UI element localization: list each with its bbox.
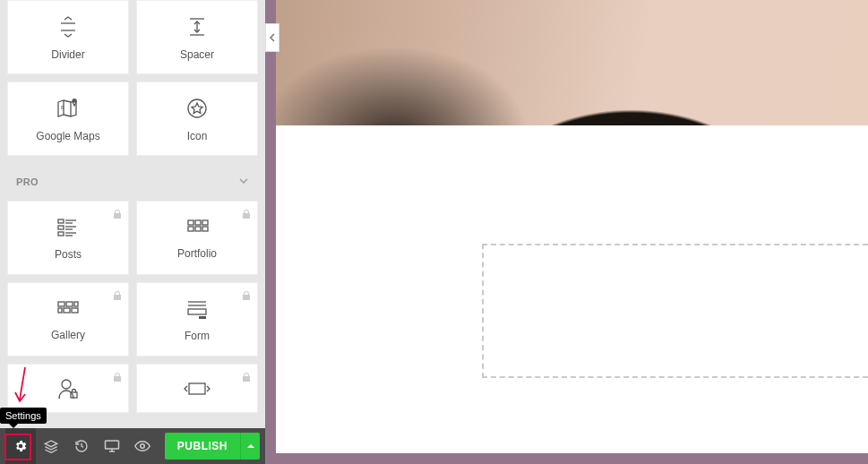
spacer-icon: [185, 14, 210, 39]
user-lock-icon: [55, 376, 82, 401]
svg-rect-28: [58, 308, 62, 313]
widgets-panel: Divider Spacer: [0, 0, 265, 464]
svg-point-43: [141, 444, 145, 449]
map-icon: 8: [55, 96, 82, 121]
svg-rect-22: [188, 227, 193, 231]
gear-icon: [13, 439, 28, 453]
widget-gallery[interactable]: Gallery: [7, 282, 129, 357]
widget-login[interactable]: [7, 364, 129, 413]
widget-label: Portfolio: [177, 247, 217, 260]
responsive-button[interactable]: [97, 428, 127, 464]
svg-rect-25: [58, 302, 64, 306]
svg-rect-16: [58, 232, 64, 236]
lock-icon: [241, 207, 252, 223]
svg-rect-40: [106, 441, 119, 449]
svg-rect-34: [199, 316, 206, 319]
widget-spacer[interactable]: Spacer: [136, 0, 258, 74]
widget-label: Spacer: [180, 48, 214, 61]
svg-rect-13: [58, 226, 64, 229]
svg-marker-44: [247, 444, 254, 448]
preview-button[interactable]: [127, 428, 158, 464]
publish-options-button[interactable]: [240, 433, 260, 460]
pro-section-title: PRO: [16, 176, 39, 187]
pro-section-toggle[interactable]: PRO: [7, 163, 258, 201]
widget-divider[interactable]: Divider: [7, 0, 129, 74]
gallery-icon: [55, 298, 82, 320]
chevron-left-icon: [269, 33, 276, 42]
widget-label: Form: [185, 330, 210, 342]
svg-point-7: [73, 100, 75, 102]
hero-image: [276, 0, 868, 125]
caret-up-icon: [246, 442, 255, 451]
chevron-down-icon: [238, 176, 249, 188]
widget-label: Divider: [51, 48, 84, 61]
history-icon: [74, 439, 89, 453]
eye-icon: [134, 440, 150, 452]
svg-point-35: [62, 380, 71, 389]
svg-rect-33: [188, 309, 206, 314]
desktop-icon: [104, 439, 120, 453]
svg-rect-27: [74, 302, 78, 306]
svg-rect-37: [189, 383, 205, 394]
widget-form[interactable]: Form: [136, 282, 258, 357]
portfolio-icon: [184, 217, 211, 238]
svg-rect-29: [64, 308, 70, 313]
form-icon: [184, 297, 211, 321]
svg-rect-19: [188, 220, 193, 225]
navigator-button[interactable]: [36, 428, 66, 464]
widget-google-maps[interactable]: 8 Google Maps: [7, 82, 129, 156]
panel-collapse-button[interactable]: [265, 23, 279, 52]
star-circle-icon: [185, 96, 210, 121]
svg-rect-21: [202, 220, 208, 225]
svg-rect-23: [195, 227, 201, 231]
widget-label: Posts: [55, 248, 82, 261]
posts-icon: [55, 216, 82, 239]
widgets-scroll: Divider Spacer: [0, 0, 265, 428]
widget-slides[interactable]: [136, 364, 258, 413]
svg-rect-26: [66, 302, 73, 306]
svg-rect-30: [72, 308, 78, 313]
widget-icon[interactable]: Icon: [136, 82, 258, 156]
svg-rect-20: [195, 220, 201, 225]
slides-icon: [182, 380, 212, 398]
widget-label: Google Maps: [36, 130, 99, 142]
layers-icon: [44, 439, 58, 453]
widget-posts[interactable]: Posts: [7, 201, 129, 275]
svg-rect-24: [202, 227, 208, 231]
lock-icon: [241, 288, 252, 305]
widget-portfolio[interactable]: Portfolio: [136, 201, 258, 275]
editor-bottom-bar: PUBLISH: [0, 428, 265, 464]
divider-icon: [56, 14, 81, 39]
basic-widgets-grid: Divider Spacer: [7, 0, 258, 156]
lock-icon: [112, 370, 123, 386]
pro-widgets-grid: Posts Portfolio: [7, 201, 258, 413]
drop-zone[interactable]: [482, 244, 868, 378]
widget-label: Gallery: [51, 329, 85, 341]
canvas-wrapper: [265, 0, 868, 464]
widget-label: Icon: [187, 130, 208, 142]
svg-rect-10: [58, 219, 64, 223]
lock-icon: [112, 207, 123, 223]
lock-icon: [241, 370, 252, 386]
settings-button[interactable]: [5, 428, 36, 464]
svg-marker-39: [45, 441, 56, 447]
history-button[interactable]: [66, 428, 97, 464]
publish-button[interactable]: PUBLISH: [165, 433, 240, 460]
lock-icon: [112, 288, 123, 305]
page-canvas[interactable]: [276, 0, 868, 453]
